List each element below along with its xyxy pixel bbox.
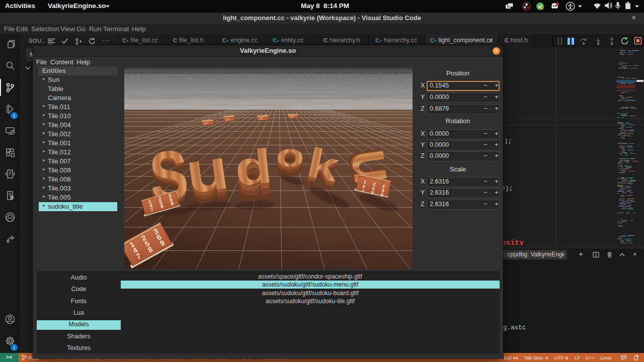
svg-text:123: 123 xyxy=(259,117,263,120)
svg-text:d: d xyxy=(232,139,274,196)
svg-text:123: 123 xyxy=(225,118,229,121)
svg-text:u: u xyxy=(182,136,232,206)
svg-text:123: 123 xyxy=(203,121,208,125)
svg-text:o: o xyxy=(276,137,304,173)
svg-text:123: 123 xyxy=(289,115,294,118)
